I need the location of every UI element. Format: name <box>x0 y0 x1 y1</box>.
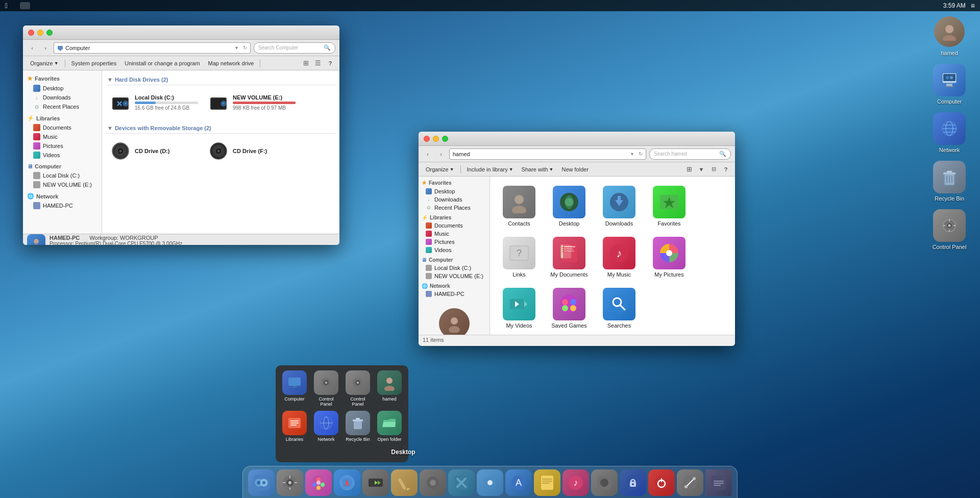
view-list-hamed-btn[interactable]: ▼ <box>696 164 706 175</box>
sidebar-hamed-downloads[interactable]: ↓ Downloads <box>419 195 489 204</box>
drive-item-e[interactable]: NEW VOLUME (E:) 998 KB free of 0.97 MB <box>206 90 298 115</box>
dock-icon-fcpx[interactable] <box>362 469 389 496</box>
sidebar-hamed-desktop[interactable]: Desktop <box>419 187 489 195</box>
map-drive-btn[interactable]: Map network drive <box>205 59 257 67</box>
folder-searches[interactable]: Searches <box>596 285 642 332</box>
address-refresh-icon[interactable]: ↻ <box>243 45 247 51</box>
organize-btn[interactable]: Organize ▼ <box>27 59 62 67</box>
folder-links[interactable]: ? Links <box>496 234 542 281</box>
folder-downloads[interactable]: Downloads <box>596 183 642 230</box>
desktop-icon-computer[interactable]: Computer <box>929 64 970 105</box>
maximize-button-hamed[interactable] <box>442 136 448 142</box>
view-toggle-btn[interactable]: ⊞ <box>301 58 311 68</box>
maximize-button-computer[interactable] <box>46 30 53 36</box>
address-field-hamed[interactable]: hamed ▼ ↻ <box>449 148 646 160</box>
popup-item-recycle[interactable]: Recycle Bin <box>344 411 372 442</box>
desktop-icon-user[interactable]: hamed <box>929 15 970 56</box>
address-field-computer[interactable]: Computer ▼ ↻ <box>54 42 251 54</box>
dock-icon-onepassword[interactable] <box>620 469 646 496</box>
view-toggle-hamed-btn[interactable]: ⊞ <box>684 164 694 175</box>
folder-saved-games[interactable]: Saved Games <box>546 285 592 332</box>
minimize-button-computer[interactable] <box>37 30 43 36</box>
dock-icon-itunes[interactable]: ♪ <box>562 469 589 496</box>
close-button-hamed[interactable] <box>424 136 430 142</box>
menu-bar-hamburger[interactable]: ≡ <box>971 2 975 10</box>
sidebar-hamed-music[interactable]: Music <box>419 230 489 238</box>
dock-icon-blue-app[interactable] <box>477 469 503 496</box>
sidebar-item-desktop[interactable]: Desktop <box>23 84 102 93</box>
dock-icon-shutdown[interactable] <box>648 469 675 496</box>
sidebar-hamed-local-c[interactable]: Local Disk (C:) <box>419 264 489 272</box>
popup-item-libraries[interactable]: Libraries <box>281 411 308 442</box>
sidebar-item-documents[interactable]: Documents <box>23 123 102 132</box>
sidebar-item-downloads[interactable]: ↓ Downloads <box>23 93 102 102</box>
view-list-btn[interactable]: ☰ <box>313 58 323 68</box>
forward-button-computer[interactable]: › <box>40 43 51 53</box>
folder-contacts[interactable]: Contacts <box>496 183 542 230</box>
folder-my-pictures[interactable]: My Pictures <box>646 234 692 281</box>
sidebar-item-pictures[interactable]: Pictures <box>23 141 102 151</box>
sidebar-hamed-videos[interactable]: Videos <box>419 246 489 254</box>
address-dropdown-arrow[interactable]: ▼ <box>234 45 239 51</box>
popup-item-network[interactable]: Network <box>312 411 340 442</box>
dock-icon-system-prefs[interactable] <box>277 469 303 496</box>
view-change-hamed-btn[interactable]: ⊟ <box>708 164 719 175</box>
new-folder-btn[interactable]: New folder <box>558 165 592 173</box>
forward-button-hamed[interactable]: › <box>436 149 446 159</box>
back-button-computer[interactable]: ‹ <box>27 43 37 53</box>
popup-item-hamed[interactable]: hamed <box>376 370 403 407</box>
drive-item-f[interactable]: CD Drive (F:) <box>206 139 298 163</box>
desktop-icon-control-panel[interactable]: Control Panel <box>929 209 970 250</box>
sidebar-hamed-hamed-pc[interactable]: HAMED-PC <box>419 290 489 298</box>
organize-hamed-btn[interactable]: Organize ▼ <box>423 165 457 173</box>
dock-icon-safari[interactable] <box>334 469 360 496</box>
dock-icon-gray-app[interactable] <box>591 469 618 496</box>
popup-item-control-panel-1[interactable]: Control Panel <box>312 370 340 407</box>
dock-icon-notes[interactable] <box>534 469 560 496</box>
help-hamed-btn[interactable]: ? <box>721 164 731 175</box>
folder-my-documents[interactable]: My Documents <box>546 234 592 281</box>
search-field-computer[interactable]: Search Computer 🔍 <box>254 42 335 54</box>
collapse-hard-disks-icon[interactable]: ▼ <box>107 77 113 83</box>
uninstall-btn[interactable]: Uninstall or change a program <box>121 59 203 67</box>
address-refresh-hamed[interactable]: ↻ <box>639 151 643 157</box>
minimize-button-hamed[interactable] <box>433 136 439 142</box>
system-props-btn[interactable]: System properties <box>68 59 120 67</box>
folder-desktop[interactable]: Desktop <box>546 183 592 230</box>
folder-favorites[interactable]: Favorites <box>646 183 692 230</box>
close-button-computer[interactable] <box>28 30 34 36</box>
folder-my-videos[interactable]: My Videos <box>496 285 542 332</box>
popup-item-open-folder[interactable]: Open folder <box>376 411 403 442</box>
collapse-removable-icon[interactable]: ▼ <box>107 125 113 131</box>
sidebar-item-videos[interactable]: Videos <box>23 151 102 160</box>
sidebar-item-hamed-pc[interactable]: HAMED-PC <box>23 201 102 210</box>
dock-icon-appstore[interactable]: A <box>505 469 532 496</box>
drive-item-c[interactable]: Local Disk (C:) 16.6 GB free of 24.8 GB <box>108 90 200 115</box>
dock-icon-last[interactable] <box>705 469 732 496</box>
share-with-btn[interactable]: Share with ▼ <box>519 165 557 173</box>
search-field-hamed[interactable]: Search hamed 🔍 <box>649 148 731 160</box>
sidebar-item-recent[interactable]: ⊙ Recent Places <box>23 102 102 111</box>
popup-item-control-panel-2[interactable]: Control Panel <box>344 370 372 407</box>
drive-item-d[interactable]: CD Drive (D:) <box>108 139 200 163</box>
back-button-hamed[interactable]: ‹ <box>423 149 433 159</box>
dock-icon-finder[interactable] <box>248 469 275 496</box>
sidebar-hamed-recent[interactable]: ⊙ Recent Places <box>419 204 489 212</box>
sidebar-hamed-documents[interactable]: Documents <box>419 221 489 230</box>
dock-icon-spacer[interactable] <box>420 469 446 496</box>
apple-menu-icon[interactable]:  <box>5 2 8 10</box>
desktop-icon-recycle[interactable]: Recycle Bin <box>929 161 970 202</box>
desktop-icon-network[interactable]: Network <box>929 112 970 153</box>
dock-icon-pencil[interactable] <box>391 469 418 496</box>
sidebar-hamed-new-volume[interactable]: NEW VOLUME (E:) <box>419 272 489 280</box>
include-library-btn[interactable]: Include in library ▼ <box>464 165 517 173</box>
dock-icon-xcode[interactable] <box>448 469 475 496</box>
dock-icon-instruments[interactable] <box>677 469 703 496</box>
address-dropdown-hamed[interactable]: ▼ <box>630 152 634 157</box>
popup-item-computer[interactable]: Computer <box>281 370 308 407</box>
help-btn[interactable]: ? <box>325 58 335 68</box>
sidebar-item-music[interactable]: Music <box>23 132 102 141</box>
folder-my-music[interactable]: ♪ My Music <box>596 234 642 281</box>
sidebar-item-local-c[interactable]: Local Disk (C:) <box>23 171 102 180</box>
sidebar-item-new-volume[interactable]: NEW VOLUME (E:) <box>23 180 102 189</box>
